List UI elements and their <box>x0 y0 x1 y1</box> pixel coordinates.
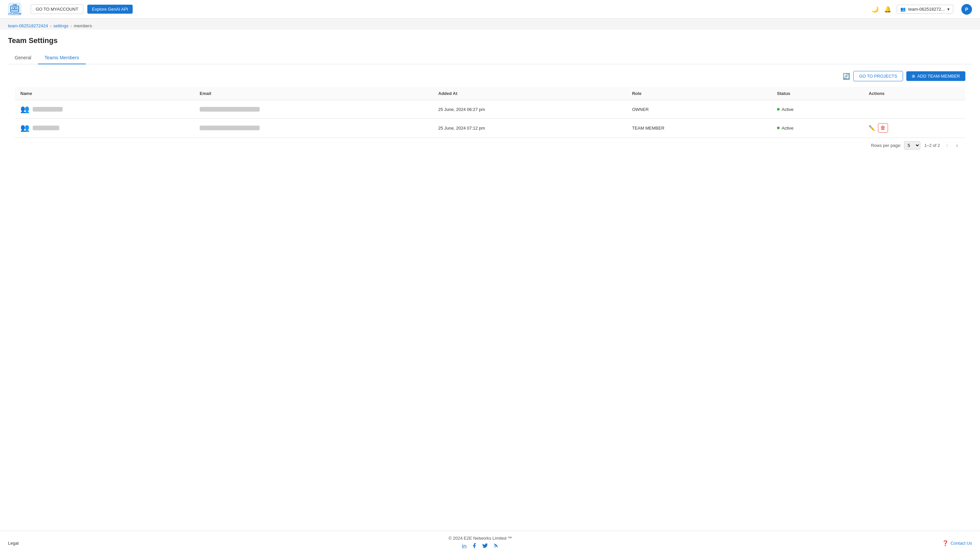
twitter-icon[interactable] <box>482 543 488 550</box>
member-email-cell <box>194 119 433 138</box>
member-email-blurred <box>200 125 260 130</box>
refresh-icon: 🔄 <box>843 73 850 80</box>
member-status: Active <box>772 119 863 138</box>
col-role: Role <box>627 87 772 100</box>
member-role: OWNER <box>627 100 772 119</box>
table-body: 👥 25 June, 2024 06:27 pm OWNER Active <box>15 100 966 138</box>
delete-icon: 🗑 <box>880 125 886 131</box>
member-name-cell: 👥 <box>15 119 195 138</box>
member-added-at: 25 June, 2024 06:27 pm <box>433 100 627 119</box>
svg-point-7 <box>494 547 494 548</box>
member-email-cell <box>194 100 433 119</box>
col-name: Name <box>15 87 195 100</box>
question-icon: ❓ <box>942 540 949 546</box>
go-to-myaccount-button[interactable]: GO TO MYACCOUNT <box>31 4 84 14</box>
breadcrumb: team-062518272424 › settings › members <box>0 19 980 30</box>
next-page-button[interactable]: › <box>954 141 960 149</box>
table-row: 👥 25 June, 2024 06:27 pm OWNER Active <box>15 100 966 119</box>
page-content: Team Settings General Teams Members 🔄 GO… <box>0 30 980 531</box>
page-title: Team Settings <box>8 36 972 45</box>
breadcrumb-sep-1: › <box>50 23 51 28</box>
footer-copyright: © 2024 E2E Networks Limited ™ <box>19 536 942 541</box>
team-icon: 👥 <box>900 6 906 12</box>
team-selector[interactable]: 👥 team-062518272... ▾ <box>896 5 953 14</box>
refresh-button[interactable]: 🔄 <box>843 73 850 80</box>
footer-legal-link[interactable]: Legal <box>8 541 19 546</box>
status-label: Active <box>782 125 793 131</box>
delete-member-button[interactable]: 🗑 <box>878 123 888 133</box>
tab-teams-members[interactable]: Teams Members <box>38 51 86 64</box>
footer-center: © 2024 E2E Networks Limited ™ in <box>19 536 942 550</box>
member-actions: ✏️ 🗑 <box>863 119 966 138</box>
member-name-cell: 👥 <box>15 100 195 119</box>
status-dot-active <box>777 127 780 129</box>
breadcrumb-sep-2: › <box>70 23 72 28</box>
table-row: 👥 25 June, 2024 07:12 pm TEAM MEMBER Act… <box>15 119 966 138</box>
header: AI PLATFORM TIR GO TO MYACCOUNT Explore … <box>0 0 980 19</box>
tabs: General Teams Members <box>8 51 972 64</box>
add-team-member-button[interactable]: ⊕ ADD TEAM-MEMBER <box>906 71 966 81</box>
breadcrumb-current: members <box>74 23 92 28</box>
member-role: TEAM MEMBER <box>627 119 772 138</box>
rows-per-page-control: Rows per page: 5 10 25 <box>871 141 921 149</box>
member-actions <box>863 100 966 119</box>
member-group-icon: 👥 <box>20 105 29 114</box>
footer: Legal © 2024 E2E Networks Limited ™ in ❓… <box>0 531 980 555</box>
logo-icon: AI PLATFORM TIR <box>8 3 21 16</box>
member-name-blurred <box>33 107 63 112</box>
status-dot-active <box>777 108 780 111</box>
member-added-at: 25 June, 2024 07:12 pm <box>433 119 627 138</box>
notification-button[interactable]: 🔔 <box>884 6 891 13</box>
status-label: Active <box>782 107 793 112</box>
tab-general[interactable]: General <box>8 51 38 64</box>
explore-genai-button[interactable]: Explore GenAI API <box>87 5 133 14</box>
logo: AI PLATFORM TIR <box>8 3 21 16</box>
table-toolbar: 🔄 GO TO PROJECTS ⊕ ADD TEAM-MEMBER <box>14 71 966 81</box>
edit-member-button[interactable]: ✏️ <box>869 125 876 131</box>
edit-icon: ✏️ <box>869 125 876 131</box>
rows-per-page-label: Rows per page: <box>871 143 901 148</box>
footer-social-icons: in <box>19 543 942 550</box>
team-name-label: team-062518272... <box>908 6 945 12</box>
facebook-icon[interactable] <box>471 543 477 550</box>
table-header: Name Email Added At Role Status Actions <box>15 87 966 100</box>
page-info: 1–2 of 2 <box>924 143 940 148</box>
avatar: P <box>961 4 972 14</box>
col-status: Status <box>772 87 863 100</box>
col-actions: Actions <box>863 87 966 100</box>
table-container: 🔄 GO TO PROJECTS ⊕ ADD TEAM-MEMBER Name … <box>8 64 972 160</box>
rss-icon[interactable] <box>493 543 499 550</box>
rows-per-page-select[interactable]: 5 10 25 <box>904 141 921 149</box>
dark-mode-button[interactable]: 🌙 <box>871 6 879 13</box>
member-name-blurred <box>33 125 59 130</box>
add-icon: ⊕ <box>912 74 915 79</box>
svg-text:TIR: TIR <box>13 3 17 6</box>
members-table: Name Email Added At Role Status Actions … <box>14 87 966 138</box>
member-group-icon: 👥 <box>20 124 29 132</box>
col-added-at: Added At <box>433 87 627 100</box>
member-status: Active <box>772 100 863 119</box>
member-email-blurred <box>200 107 260 112</box>
linkedin-icon[interactable]: in <box>462 543 467 550</box>
header-icons: 🌙 🔔 👥 team-062518272... ▾ P <box>871 4 972 14</box>
pagination: Rows per page: 5 10 25 1–2 of 2 ‹ › <box>14 138 966 153</box>
col-email: Email <box>194 87 433 100</box>
breadcrumb-team-link[interactable]: team-062518272424 <box>8 23 48 28</box>
breadcrumb-settings-link[interactable]: settings <box>53 23 68 28</box>
prev-page-button[interactable]: ‹ <box>944 141 950 149</box>
go-to-projects-button[interactable]: GO TO PROJECTS <box>853 71 903 81</box>
dropdown-arrow-icon: ▾ <box>947 6 949 12</box>
svg-text:AI PLATFORM: AI PLATFORM <box>8 13 21 15</box>
contact-us-link[interactable]: ❓ Contact Us <box>942 540 972 546</box>
